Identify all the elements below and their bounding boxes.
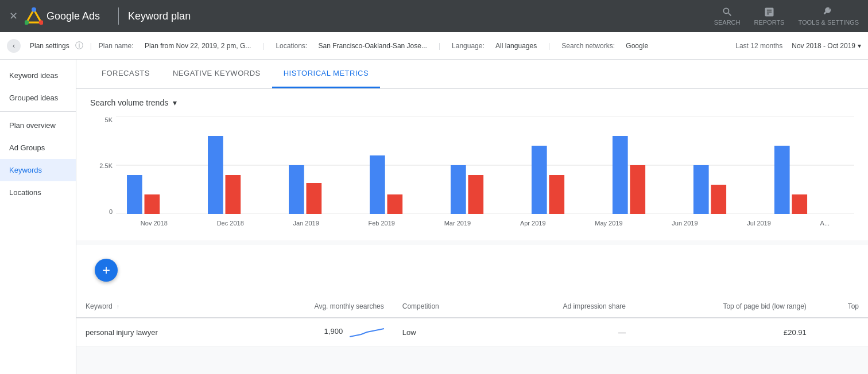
search-networks-label: Search networks: bbox=[561, 42, 615, 50]
tab-forecasts[interactable]: FORECASTS bbox=[90, 60, 161, 88]
y-label-2-5k: 2.5K bbox=[99, 162, 113, 169]
svg-rect-19 bbox=[613, 136, 628, 214]
settings-label: Plan settings bbox=[30, 42, 69, 50]
sidebar-item-grouped-ideas[interactable]: Grouped ideas bbox=[0, 87, 76, 109]
collapse-button[interactable]: ‹ bbox=[7, 39, 21, 53]
x-label-dec2018: Dec 2018 bbox=[217, 220, 244, 227]
chevron-down-icon: ▾ bbox=[858, 42, 861, 50]
col-header-avg-monthly: Avg. monthly searches bbox=[237, 295, 393, 318]
last-label: Last 12 months bbox=[735, 42, 782, 50]
chart-title-button[interactable]: Search volume trends ▾ bbox=[90, 98, 177, 107]
svg-rect-10 bbox=[226, 175, 241, 214]
search-label: SEARCH bbox=[714, 19, 741, 26]
svg-rect-15 bbox=[451, 165, 466, 214]
svg-rect-13 bbox=[370, 155, 385, 214]
svg-rect-8 bbox=[145, 194, 160, 214]
search-action[interactable]: SEARCH bbox=[714, 6, 741, 26]
close-button[interactable]: ✕ bbox=[9, 10, 18, 22]
y-axis: 5K 2.5K 0 bbox=[90, 116, 116, 215]
table-row: personal injury lawyer 1,900 Low bbox=[76, 318, 868, 346]
add-keyword-button[interactable]: + bbox=[95, 259, 118, 282]
plan-name-value: Plan from Nov 22, 2019, 2 pm, G... bbox=[145, 42, 251, 50]
tools-label: TOOLS & SETTINGS bbox=[798, 19, 859, 26]
cell-ad-impression: — bbox=[491, 318, 635, 346]
svg-point-1 bbox=[32, 7, 36, 12]
x-label-apr2019: Apr 2019 bbox=[520, 220, 546, 227]
add-icon: + bbox=[102, 262, 110, 278]
content-area: FORECASTS NEGATIVE KEYWORDS HISTORICAL M… bbox=[76, 60, 868, 374]
cell-competition: Low bbox=[393, 318, 491, 346]
svg-rect-24 bbox=[792, 194, 807, 214]
plan-name-label: Plan name: bbox=[99, 42, 134, 50]
locations-label: Locations: bbox=[276, 42, 307, 50]
top-bar: ✕ Google Ads Keyword plan SEARCH REPORTS… bbox=[0, 0, 868, 32]
logo: Google Ads bbox=[25, 7, 100, 25]
cell-top-bid: £20.91 bbox=[635, 318, 816, 346]
svg-rect-16 bbox=[468, 175, 483, 214]
date-range-section: Last 12 months Nov 2018 - Oct 2019 ▾ bbox=[735, 42, 861, 50]
tabs-bar: FORECASTS NEGATIVE KEYWORDS HISTORICAL M… bbox=[76, 60, 868, 89]
col-header-keyword[interactable]: Keyword ↑ bbox=[76, 295, 237, 318]
sidebar-item-ad-groups[interactable]: Ad Groups bbox=[0, 137, 76, 159]
top-bar-actions: SEARCH REPORTS TOOLS & SETTINGS bbox=[714, 6, 859, 26]
svg-rect-9 bbox=[208, 136, 223, 214]
cell-avg-monthly: 1,900 bbox=[237, 318, 393, 346]
reports-label: REPORTS bbox=[754, 19, 784, 26]
sidebar-item-keyword-ideas[interactable]: Keyword ideas bbox=[0, 64, 76, 87]
svg-rect-7 bbox=[127, 175, 142, 214]
col-header-competition: Competition bbox=[393, 295, 491, 318]
nav-divider bbox=[118, 7, 119, 25]
info-icon: ⓘ bbox=[75, 41, 83, 51]
date-range-button[interactable]: Nov 2018 - Oct 2019 ▾ bbox=[792, 42, 861, 50]
plan-settings-bar: ‹ Plan settings ⓘ | Plan name: Plan from… bbox=[0, 32, 868, 60]
table-body: personal injury lawyer 1,900 Low bbox=[76, 318, 868, 346]
sparkline bbox=[350, 325, 384, 339]
svg-rect-21 bbox=[693, 165, 709, 214]
svg-rect-20 bbox=[630, 165, 645, 214]
x-label-aug2019: A... bbox=[820, 220, 830, 227]
sidebar: Keyword ideas Grouped ideas Plan overvie… bbox=[0, 60, 76, 374]
svg-rect-18 bbox=[549, 175, 564, 214]
tab-historical-metrics[interactable]: HISTORICAL METRICS bbox=[272, 60, 380, 88]
x-label-jan2019: Jan 2019 bbox=[293, 220, 319, 227]
cell-top bbox=[816, 318, 868, 346]
svg-rect-12 bbox=[307, 183, 322, 214]
x-labels: Nov 2018 Dec 2018 Jan 2019 Feb 2019 Mar … bbox=[116, 215, 854, 231]
collapse-icon: ‹ bbox=[13, 42, 15, 50]
date-range-value: Nov 2018 - Oct 2019 bbox=[792, 42, 855, 50]
svg-rect-23 bbox=[774, 146, 790, 214]
col-header-ad-impression: Ad impression share bbox=[491, 295, 635, 318]
svg-rect-22 bbox=[711, 185, 726, 214]
sidebar-divider bbox=[0, 111, 76, 112]
sidebar-item-keywords[interactable]: Keywords bbox=[0, 159, 76, 181]
x-label-jul2019: Jul 2019 bbox=[747, 220, 771, 227]
sidebar-item-plan-overview[interactable]: Plan overview bbox=[0, 114, 76, 137]
svg-rect-14 bbox=[387, 194, 402, 214]
col-header-top: Top bbox=[816, 295, 868, 318]
sidebar-item-locations[interactable]: Locations bbox=[0, 181, 76, 204]
x-label-nov2018: Nov 2018 bbox=[141, 220, 168, 227]
tab-negative-keywords[interactable]: NEGATIVE KEYWORDS bbox=[161, 60, 272, 88]
keywords-table: Keyword ↑ Avg. monthly searches Competit… bbox=[76, 295, 868, 346]
cell-keyword: personal injury lawyer bbox=[76, 318, 237, 346]
google-ads-label: Google Ads bbox=[46, 10, 100, 22]
x-label-may2019: May 2019 bbox=[595, 220, 622, 227]
table-section: + Keyword ↑ Avg. monthly searches Co bbox=[76, 245, 868, 346]
language-value: All languages bbox=[495, 42, 537, 50]
bar-chart: 5K 2.5K 0 bbox=[90, 116, 854, 231]
language-label: Language: bbox=[452, 42, 485, 50]
y-label-5k: 5K bbox=[105, 116, 113, 123]
tools-action[interactable]: TOOLS & SETTINGS bbox=[798, 6, 859, 26]
x-label-jun2019: Jun 2019 bbox=[672, 220, 698, 227]
svg-rect-17 bbox=[532, 146, 547, 214]
main-layout: Keyword ideas Grouped ideas Plan overvie… bbox=[0, 60, 868, 374]
search-networks-value: Google bbox=[626, 42, 648, 50]
table-header: Keyword ↑ Avg. monthly searches Competit… bbox=[76, 295, 868, 318]
x-label-feb2019: Feb 2019 bbox=[368, 220, 394, 227]
col-header-top-bid: Top of page bid (low range) bbox=[635, 295, 816, 318]
sort-icon-keyword: ↑ bbox=[117, 303, 119, 310]
chart-chevron-icon: ▾ bbox=[173, 98, 177, 107]
chart-header: Search volume trends ▾ bbox=[90, 98, 854, 107]
google-ads-logo bbox=[25, 7, 43, 25]
reports-action[interactable]: REPORTS bbox=[754, 6, 784, 26]
